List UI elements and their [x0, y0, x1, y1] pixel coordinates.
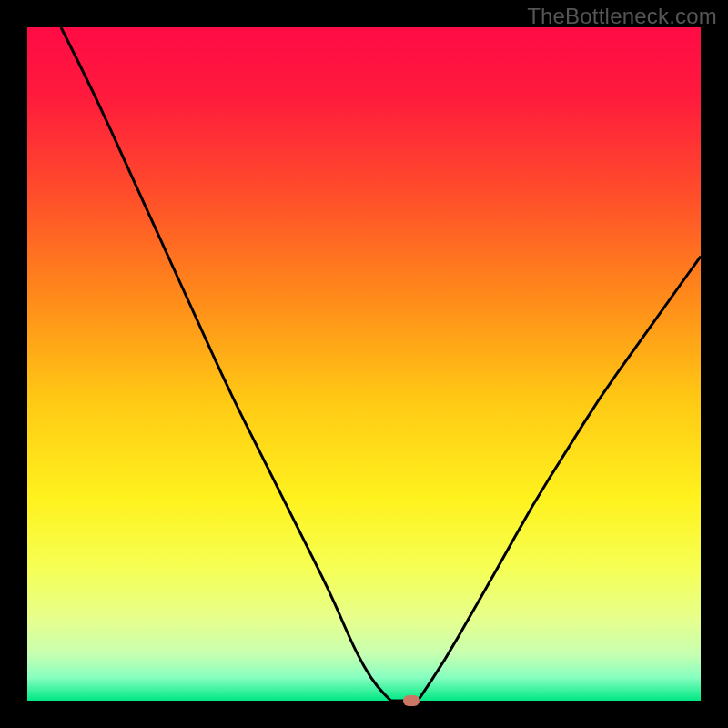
plot-area [27, 27, 701, 701]
bottleneck-curve [27, 27, 701, 701]
curve-path [61, 27, 701, 701]
chart-frame: TheBottleneck.com [0, 0, 728, 728]
watermark-text: TheBottleneck.com [527, 4, 717, 29]
optimal-marker [403, 695, 420, 706]
